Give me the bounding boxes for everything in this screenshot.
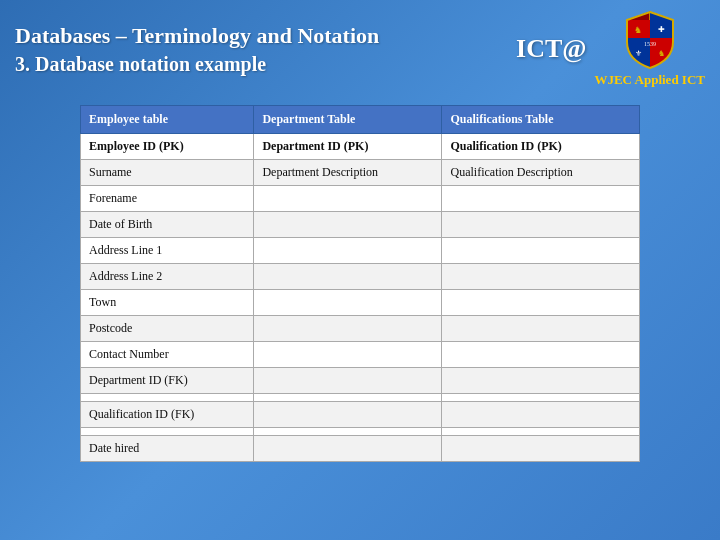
- svg-text:♞: ♞: [634, 25, 642, 35]
- table-row: Date of Birth: [81, 212, 640, 238]
- col-header-department: Department Table: [254, 106, 442, 134]
- table-row: [81, 428, 640, 436]
- table-container: Employee table Department Table Qualific…: [80, 105, 640, 462]
- database-table: Employee table Department Table Qualific…: [80, 105, 640, 462]
- col-header-qualifications: Qualifications Table: [442, 106, 640, 134]
- table-row: Forename: [81, 186, 640, 212]
- table-row: Employee ID (PK)Department ID (PK)Qualif…: [81, 134, 640, 160]
- table-row: Date hired: [81, 436, 640, 462]
- table-header-row: Employee table Department Table Qualific…: [81, 106, 640, 134]
- table-row: [81, 394, 640, 402]
- table-row: Qualification ID (FK): [81, 402, 640, 428]
- table-row: Department ID (FK): [81, 368, 640, 394]
- svg-text:1539: 1539: [644, 41, 656, 47]
- logo-area: ICT@: [516, 10, 705, 88]
- svg-text:✚: ✚: [657, 25, 664, 34]
- header-area: Databases – Terminology and Notation 3. …: [15, 10, 705, 88]
- svg-text:♞: ♞: [657, 49, 664, 58]
- table-row: SurnameDepartment DescriptionQualificati…: [81, 160, 640, 186]
- col-header-employee: Employee table: [81, 106, 254, 134]
- wjec-shield-icon: 1539 ♞ ✚ ⚜ ♞: [625, 10, 675, 70]
- subtitle: 3. Database notation example: [15, 53, 379, 76]
- table-row: Town: [81, 290, 640, 316]
- table-row: Address Line 2: [81, 264, 640, 290]
- svg-text:⚜: ⚜: [634, 49, 641, 58]
- table-row: Address Line 1: [81, 238, 640, 264]
- title-block: Databases – Terminology and Notation 3. …: [15, 23, 379, 76]
- table-row: Contact Number: [81, 342, 640, 368]
- main-title: Databases – Terminology and Notation: [15, 23, 379, 49]
- table-row: Postcode: [81, 316, 640, 342]
- wjec-applied-label: WJEC Applied ICT: [594, 72, 705, 88]
- ict-label: ICT@: [516, 34, 586, 64]
